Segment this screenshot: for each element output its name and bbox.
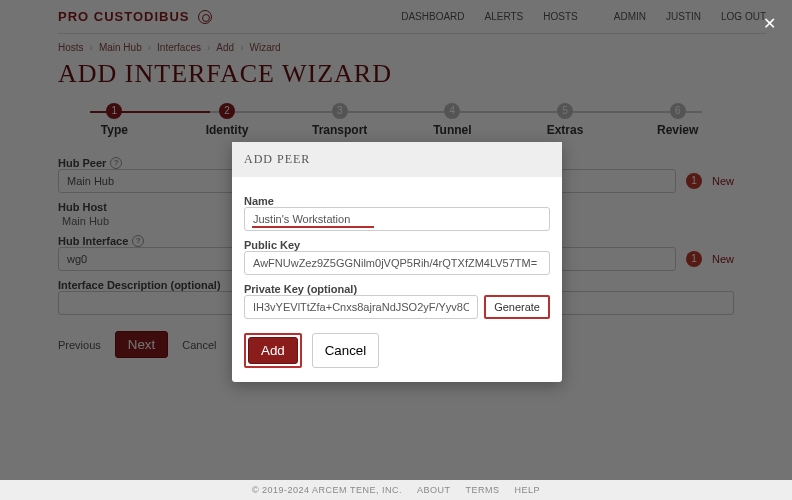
footer: © 2019-2024 ARCEM TENE, INC. ABOUT TERMS… bbox=[0, 480, 792, 500]
private-key-label: Private Key (optional) bbox=[244, 283, 550, 295]
close-icon[interactable]: ✕ bbox=[763, 14, 776, 33]
private-key-input[interactable] bbox=[244, 295, 478, 319]
add-button[interactable]: Add bbox=[248, 337, 298, 364]
modal-overlay[interactable]: ✕ ADD PEER Name Public Key Private Key (… bbox=[0, 0, 792, 500]
add-peer-modal: ADD PEER Name Public Key Private Key (op… bbox=[232, 142, 562, 382]
peer-name-input[interactable] bbox=[244, 207, 550, 231]
footer-copyright: © 2019-2024 ARCEM TENE, INC. bbox=[252, 485, 402, 495]
footer-terms[interactable]: TERMS bbox=[466, 485, 500, 495]
public-key-input[interactable] bbox=[244, 251, 550, 275]
footer-about[interactable]: ABOUT bbox=[417, 485, 451, 495]
generate-button[interactable]: Generate bbox=[484, 295, 550, 319]
footer-help[interactable]: HELP bbox=[515, 485, 541, 495]
modal-cancel-button[interactable]: Cancel bbox=[312, 333, 380, 368]
public-key-label: Public Key bbox=[244, 239, 550, 251]
modal-title: ADD PEER bbox=[232, 142, 562, 177]
peer-name-label: Name bbox=[244, 195, 550, 207]
